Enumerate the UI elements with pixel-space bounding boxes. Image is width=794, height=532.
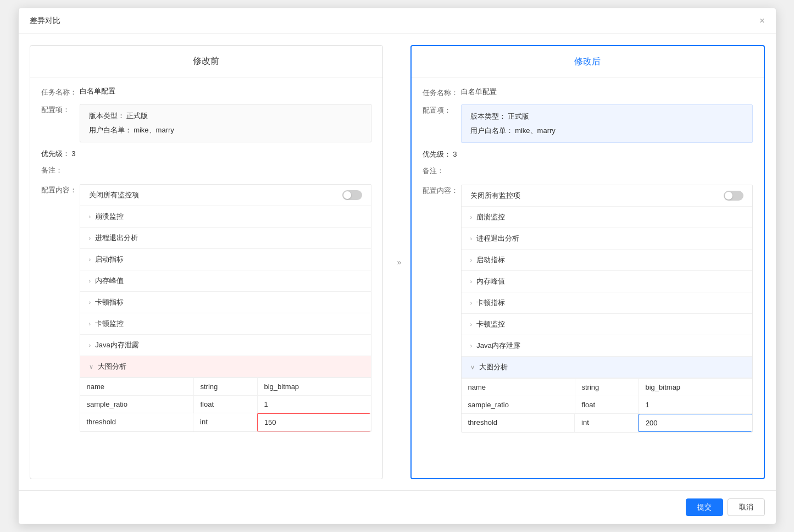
left-content-row: 配置内容： 关闭所有监控项 › 崩溃监控: [41, 184, 371, 432]
modal: 差异对比 × 修改前 任务名称： 白名单配置 配置项：: [18, 8, 776, 524]
right-subtable-row-name: name string big_bitmap: [462, 379, 752, 396]
right-panel-header: 修改后: [412, 46, 764, 78]
right-cell-sample-key: sample_ratio: [462, 396, 575, 413]
left-subtable-row-sample: sample_ratio float 1: [80, 396, 371, 413]
right-config-row: 配置项： 版本类型： 正式版 用户白名单： mike、marry: [423, 104, 753, 143]
right-config-whitelist-value: mike、marry: [515, 126, 556, 135]
left-monitor-process[interactable]: › 进程退出分析: [80, 228, 371, 249]
right-monitor-frame[interactable]: › 卡顿指标: [462, 292, 752, 314]
left-cell-sample-value: 1: [258, 396, 371, 413]
right-close-monitor-label: 关闭所有监控项: [470, 191, 520, 201]
right-config-version-value: 正式版: [508, 112, 529, 120]
left-config-box: 版本类型： 正式版 用户白名单： mike、marry: [80, 104, 371, 142]
chevron-right-icon: ›: [470, 214, 473, 220]
left-subtable: name string big_bitmap sample_ratio floa…: [80, 378, 371, 431]
right-monitor-toggle[interactable]: [724, 191, 743, 201]
modal-body: 修改前 任务名称： 白名单配置 配置项： 版本类型： 正式版: [19, 34, 776, 490]
left-monitor-crash[interactable]: › 崩溃监控: [80, 206, 371, 228]
submit-button[interactable]: 提交: [686, 498, 723, 516]
left-content-label: 配置内容：: [41, 184, 80, 195]
right-close-monitor-row: 关闭所有监控项: [462, 185, 752, 207]
right-monitor-memory-peak[interactable]: › 内存峰值: [462, 271, 752, 292]
chevron-right-icon: ›: [89, 320, 91, 327]
right-monitor-java-mem-label: Java内存泄露: [476, 341, 520, 351]
right-monitor-process[interactable]: › 进程退出分析: [462, 228, 752, 250]
right-config-box: 版本类型： 正式版 用户白名单： mike、marry: [461, 104, 753, 143]
left-priority-value: 3: [71, 149, 75, 158]
left-monitor-bigimage-label: 大图分析: [98, 362, 126, 372]
left-config-version-value: 正式版: [126, 112, 148, 120]
left-panel-header: 修改前: [30, 46, 382, 77]
left-monitor-freeze[interactable]: › 卡顿监控: [80, 313, 371, 335]
right-priority-label: 优先级：: [423, 150, 451, 158]
left-monitor-java-mem[interactable]: › Java内存泄露: [80, 335, 371, 356]
right-monitor-java-mem[interactable]: › Java内存泄露: [462, 335, 752, 357]
chevron-right-icon: ›: [470, 342, 473, 349]
chevron-right-icon: ›: [89, 299, 91, 306]
right-config-version-label: 版本类型：: [470, 112, 506, 120]
left-config-whitelist-value: mike、marry: [134, 126, 174, 134]
right-monitor-process-label: 进程退出分析: [476, 234, 519, 243]
chevron-right-icon: ›: [89, 278, 91, 284]
left-monitor-memory-peak[interactable]: › 内存峰值: [80, 270, 371, 292]
left-config-label: 配置项：: [41, 104, 80, 115]
right-monitor-memory-peak-label: 内存峰值: [476, 276, 505, 286]
left-monitor-frame-label: 卡顿指标: [95, 297, 124, 307]
right-monitor-bigimage[interactable]: ∨ 大图分析: [462, 357, 752, 378]
chevron-right-icon: ›: [470, 257, 473, 263]
divider-arrow: »: [388, 258, 410, 267]
chevron-right-icon: ›: [89, 342, 91, 348]
left-monitor-startup[interactable]: › 启动指标: [80, 249, 371, 270]
left-monitor-section: 关闭所有监控项 › 崩溃监控 › 进程退出分析: [80, 184, 371, 432]
right-monitor-bigimage-label: 大图分析: [479, 362, 508, 372]
right-config-version-line: 版本类型： 正式版: [470, 112, 743, 121]
right-monitor-crash[interactable]: › 崩溃监控: [462, 207, 752, 228]
left-task-value: 白名单配置: [80, 86, 115, 96]
left-monitor-toggle[interactable]: [342, 190, 362, 200]
left-config-whitelist-line: 用户白名单： mike、marry: [89, 125, 362, 135]
chevron-right-icon: ›: [470, 278, 473, 285]
right-cell-sample-value: 1: [639, 396, 752, 413]
left-panel: 修改前 任务名称： 白名单配置 配置项： 版本类型： 正式版: [30, 45, 383, 479]
left-close-monitor-label: 关闭所有监控项: [89, 190, 139, 200]
right-cell-name-key: name: [462, 379, 575, 396]
left-cell-sample-type: float: [194, 396, 258, 413]
left-cell-name-value: big_bitmap: [258, 378, 371, 395]
left-monitor-process-label: 进程退出分析: [95, 233, 138, 243]
left-config-version-label: 版本类型：: [89, 112, 125, 120]
left-monitor-memory-peak-label: 内存峰值: [95, 276, 124, 286]
left-config-row: 配置项： 版本类型： 正式版 用户白名单： mike、marry: [41, 104, 371, 142]
left-cell-threshold-value: 150: [257, 413, 371, 431]
left-monitor-java-mem-label: Java内存泄露: [95, 340, 138, 350]
close-button[interactable]: ×: [759, 16, 764, 25]
left-subtable-row-name: name string big_bitmap: [80, 378, 371, 396]
right-monitor-freeze[interactable]: › 卡顿监控: [462, 314, 752, 335]
cancel-button[interactable]: 取消: [728, 498, 765, 516]
right-panel: 修改后 任务名称： 白名单配置 配置项： 版本类型： 正式版: [410, 45, 765, 479]
right-cell-name-value: big_bitmap: [639, 379, 752, 396]
right-monitor-crash-label: 崩溃监控: [476, 212, 505, 222]
left-task-row: 任务名称： 白名单配置: [41, 86, 371, 97]
right-cell-threshold-value: 200: [638, 414, 752, 432]
right-priority-row: 优先级： 3: [423, 149, 753, 159]
left-cell-threshold-type: int: [193, 413, 257, 431]
right-monitor-freeze-label: 卡顿监控: [476, 319, 505, 329]
right-content-row: 配置内容： 关闭所有监控项 › 崩溃监控: [423, 185, 753, 433]
left-config-whitelist-label: 用户白名单：: [89, 126, 132, 134]
chevron-down-icon: ∨: [89, 363, 93, 370]
right-monitor-startup[interactable]: › 启动指标: [462, 250, 752, 271]
left-priority-row: 优先级： 3: [41, 149, 371, 159]
right-subtable-row-sample: sample_ratio float 1: [462, 396, 752, 414]
right-subtable: name string big_bitmap sample_ratio floa…: [462, 378, 752, 432]
left-monitor-frame[interactable]: › 卡顿指标: [80, 292, 371, 313]
left-cell-threshold-key: threshold: [80, 413, 194, 431]
left-panel-content: 任务名称： 白名单配置 配置项： 版本类型： 正式版 用户白名单：: [30, 77, 382, 447]
left-task-label: 任务名称：: [41, 86, 80, 97]
right-config-label: 配置项：: [423, 104, 461, 115]
chevron-down-icon: ∨: [470, 364, 475, 371]
left-monitor-bigimage[interactable]: ∨ 大图分析: [80, 356, 371, 378]
right-config-whitelist-label: 用户白名单：: [470, 126, 513, 135]
left-cell-name-key: name: [80, 378, 194, 395]
modal-footer: 提交 取消: [19, 490, 776, 524]
right-cell-sample-type: float: [575, 396, 639, 413]
